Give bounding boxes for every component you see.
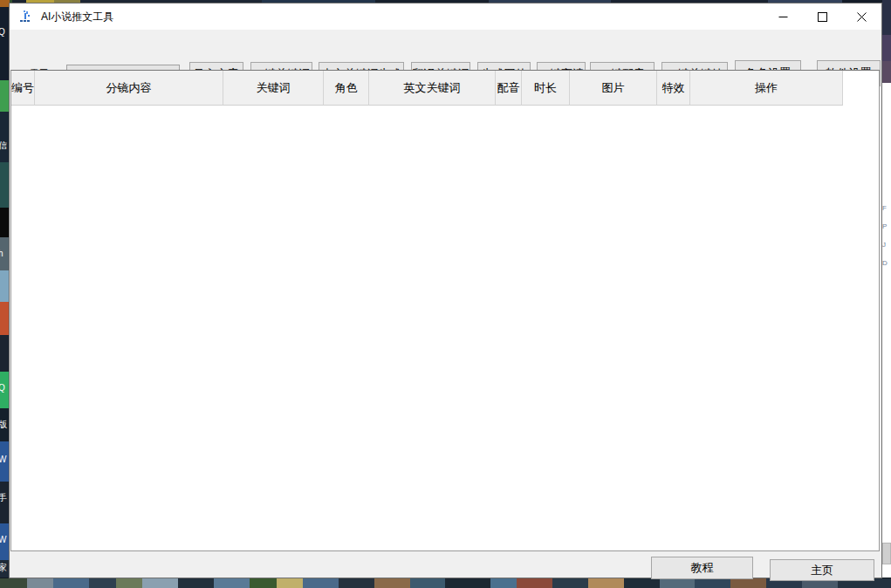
titlebar: AI小说推文工具 (10, 3, 881, 30)
list-text-fragment: P (882, 217, 891, 236)
desktop-icon-fragment: 版 (0, 420, 7, 429)
list-text-fragment: D (882, 254, 891, 272)
background-list-fragment: F P J D (882, 199, 891, 445)
home-button[interactable]: 主页 (770, 559, 874, 581)
screen: Q 信 h Q 版 W 手 W 家 F P J D (0, 0, 891, 588)
desktop-right-strip: F P J D (882, 0, 891, 588)
background-scrollbar-fragment (882, 543, 891, 564)
close-button[interactable] (842, 3, 881, 30)
maximize-icon (818, 12, 827, 22)
table-header-filler (843, 71, 879, 106)
wallpaper-fragment (882, 0, 891, 83)
desktop-icon-fragment: W (0, 536, 6, 544)
desktop-icon-fragment: Q (0, 384, 5, 393)
tutorial-button[interactable]: 教程 (651, 557, 753, 579)
column-header-dubbing[interactable]: 配音 (496, 71, 522, 106)
list-text-fragment: F (882, 199, 891, 217)
list-text-fragment: J (882, 236, 891, 254)
maximize-button[interactable] (803, 3, 842, 30)
toolbar: 项目: 导入文案 一键关键词 中文关键词生成 翻译关键词 生成图片 一键高清 一… (10, 30, 881, 70)
column-header-number[interactable]: 编号 (11, 71, 35, 106)
desktop-bottom-strip (0, 578, 891, 588)
minimize-button[interactable] (764, 3, 803, 30)
column-header-duration[interactable]: 时长 (522, 71, 570, 106)
column-header-image[interactable]: 图片 (570, 71, 657, 106)
desktop-icon-fragment: h (0, 250, 3, 258)
table-body-empty (11, 106, 879, 550)
column-header-shot-content[interactable]: 分镜内容 (35, 71, 223, 106)
desktop-icon-fragment: Q (0, 28, 5, 37)
close-icon (857, 12, 867, 22)
desktop-icon-fragment: W (0, 455, 6, 464)
column-header-keywords[interactable]: 关键词 (223, 71, 324, 106)
column-header-effects[interactable]: 特效 (657, 71, 690, 106)
storyboard-table: 编号 分镜内容 关键词 角色 英文关键词 配音 时长 图片 特效 操作 (10, 70, 880, 551)
column-header-english-keywords[interactable]: 英文关键词 (369, 71, 496, 106)
table-header-row: 编号 分镜内容 关键词 角色 英文关键词 配音 时长 图片 特效 操作 (11, 71, 879, 106)
app-window: AI小说推文工具 项目: 导入文案 一键关键词 中文关 (9, 3, 882, 578)
desktop-icon-fragment: 信 (0, 141, 7, 150)
window-title: AI小说推文工具 (41, 10, 113, 24)
minimize-icon (778, 12, 788, 22)
desktop-icon-fragment: 手 (0, 494, 7, 503)
window-controls (764, 3, 881, 30)
column-header-actions[interactable]: 操作 (690, 71, 843, 106)
app-icon (19, 10, 33, 24)
desktop-icon-fragment: 家 (0, 564, 7, 572)
column-header-role[interactable]: 角色 (324, 71, 369, 106)
